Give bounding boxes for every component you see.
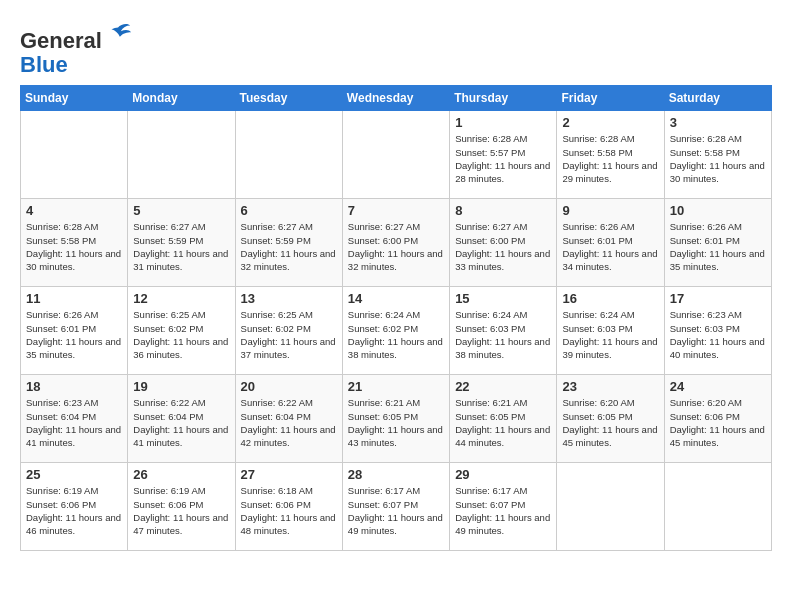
page-header: General Blue (20, 16, 772, 77)
day-cell: 28Sunrise: 6:17 AMSunset: 6:07 PMDayligh… (342, 463, 449, 551)
day-number: 5 (133, 203, 229, 218)
day-number: 23 (562, 379, 658, 394)
day-cell: 19Sunrise: 6:22 AMSunset: 6:04 PMDayligh… (128, 375, 235, 463)
day-info: Sunrise: 6:22 AMSunset: 6:04 PMDaylight:… (241, 396, 337, 449)
day-number: 10 (670, 203, 766, 218)
day-info: Sunrise: 6:26 AMSunset: 6:01 PMDaylight:… (562, 220, 658, 273)
day-cell (235, 111, 342, 199)
week-row-4: 18Sunrise: 6:23 AMSunset: 6:04 PMDayligh… (21, 375, 772, 463)
day-cell: 20Sunrise: 6:22 AMSunset: 6:04 PMDayligh… (235, 375, 342, 463)
day-number: 8 (455, 203, 551, 218)
day-cell: 7Sunrise: 6:27 AMSunset: 6:00 PMDaylight… (342, 199, 449, 287)
day-info: Sunrise: 6:23 AMSunset: 6:03 PMDaylight:… (670, 308, 766, 361)
day-number: 11 (26, 291, 122, 306)
day-cell: 26Sunrise: 6:19 AMSunset: 6:06 PMDayligh… (128, 463, 235, 551)
day-number: 20 (241, 379, 337, 394)
day-number: 4 (26, 203, 122, 218)
day-cell: 4Sunrise: 6:28 AMSunset: 5:58 PMDaylight… (21, 199, 128, 287)
day-info: Sunrise: 6:28 AMSunset: 5:58 PMDaylight:… (26, 220, 122, 273)
logo: General Blue (20, 20, 132, 77)
day-cell: 1Sunrise: 6:28 AMSunset: 5:57 PMDaylight… (450, 111, 557, 199)
day-number: 22 (455, 379, 551, 394)
day-number: 17 (670, 291, 766, 306)
calendar-header-row: SundayMondayTuesdayWednesdayThursdayFrid… (21, 86, 772, 111)
day-info: Sunrise: 6:19 AMSunset: 6:06 PMDaylight:… (26, 484, 122, 537)
day-number: 21 (348, 379, 444, 394)
day-number: 29 (455, 467, 551, 482)
logo-blue-text: Blue (20, 52, 68, 77)
day-info: Sunrise: 6:28 AMSunset: 5:58 PMDaylight:… (562, 132, 658, 185)
day-info: Sunrise: 6:27 AMSunset: 5:59 PMDaylight:… (241, 220, 337, 273)
day-cell: 2Sunrise: 6:28 AMSunset: 5:58 PMDaylight… (557, 111, 664, 199)
logo-general-text: General (20, 28, 102, 53)
week-row-2: 4Sunrise: 6:28 AMSunset: 5:58 PMDaylight… (21, 199, 772, 287)
col-header-friday: Friday (557, 86, 664, 111)
day-info: Sunrise: 6:17 AMSunset: 6:07 PMDaylight:… (455, 484, 551, 537)
day-cell (557, 463, 664, 551)
logo-bird-icon (104, 20, 132, 48)
day-cell: 10Sunrise: 6:26 AMSunset: 6:01 PMDayligh… (664, 199, 771, 287)
day-cell: 9Sunrise: 6:26 AMSunset: 6:01 PMDaylight… (557, 199, 664, 287)
day-number: 14 (348, 291, 444, 306)
day-number: 13 (241, 291, 337, 306)
col-header-monday: Monday (128, 86, 235, 111)
day-number: 26 (133, 467, 229, 482)
day-number: 15 (455, 291, 551, 306)
day-cell: 17Sunrise: 6:23 AMSunset: 6:03 PMDayligh… (664, 287, 771, 375)
day-cell: 14Sunrise: 6:24 AMSunset: 6:02 PMDayligh… (342, 287, 449, 375)
day-number: 7 (348, 203, 444, 218)
day-info: Sunrise: 6:28 AMSunset: 5:57 PMDaylight:… (455, 132, 551, 185)
day-number: 27 (241, 467, 337, 482)
day-cell: 18Sunrise: 6:23 AMSunset: 6:04 PMDayligh… (21, 375, 128, 463)
day-cell: 5Sunrise: 6:27 AMSunset: 5:59 PMDaylight… (128, 199, 235, 287)
day-number: 25 (26, 467, 122, 482)
col-header-tuesday: Tuesday (235, 86, 342, 111)
day-cell: 25Sunrise: 6:19 AMSunset: 6:06 PMDayligh… (21, 463, 128, 551)
day-info: Sunrise: 6:26 AMSunset: 6:01 PMDaylight:… (26, 308, 122, 361)
day-info: Sunrise: 6:20 AMSunset: 6:05 PMDaylight:… (562, 396, 658, 449)
day-info: Sunrise: 6:20 AMSunset: 6:06 PMDaylight:… (670, 396, 766, 449)
day-cell: 8Sunrise: 6:27 AMSunset: 6:00 PMDaylight… (450, 199, 557, 287)
day-cell: 13Sunrise: 6:25 AMSunset: 6:02 PMDayligh… (235, 287, 342, 375)
day-info: Sunrise: 6:27 AMSunset: 5:59 PMDaylight:… (133, 220, 229, 273)
day-info: Sunrise: 6:18 AMSunset: 6:06 PMDaylight:… (241, 484, 337, 537)
day-number: 19 (133, 379, 229, 394)
col-header-wednesday: Wednesday (342, 86, 449, 111)
day-cell: 21Sunrise: 6:21 AMSunset: 6:05 PMDayligh… (342, 375, 449, 463)
week-row-5: 25Sunrise: 6:19 AMSunset: 6:06 PMDayligh… (21, 463, 772, 551)
day-cell: 22Sunrise: 6:21 AMSunset: 6:05 PMDayligh… (450, 375, 557, 463)
day-info: Sunrise: 6:24 AMSunset: 6:03 PMDaylight:… (562, 308, 658, 361)
day-cell: 11Sunrise: 6:26 AMSunset: 6:01 PMDayligh… (21, 287, 128, 375)
day-info: Sunrise: 6:24 AMSunset: 6:03 PMDaylight:… (455, 308, 551, 361)
week-row-1: 1Sunrise: 6:28 AMSunset: 5:57 PMDaylight… (21, 111, 772, 199)
day-cell: 24Sunrise: 6:20 AMSunset: 6:06 PMDayligh… (664, 375, 771, 463)
day-cell: 23Sunrise: 6:20 AMSunset: 6:05 PMDayligh… (557, 375, 664, 463)
day-number: 1 (455, 115, 551, 130)
day-number: 24 (670, 379, 766, 394)
day-number: 18 (26, 379, 122, 394)
day-info: Sunrise: 6:23 AMSunset: 6:04 PMDaylight:… (26, 396, 122, 449)
day-cell (342, 111, 449, 199)
day-info: Sunrise: 6:26 AMSunset: 6:01 PMDaylight:… (670, 220, 766, 273)
day-number: 2 (562, 115, 658, 130)
day-info: Sunrise: 6:25 AMSunset: 6:02 PMDaylight:… (241, 308, 337, 361)
day-number: 28 (348, 467, 444, 482)
day-info: Sunrise: 6:22 AMSunset: 6:04 PMDaylight:… (133, 396, 229, 449)
day-cell: 16Sunrise: 6:24 AMSunset: 6:03 PMDayligh… (557, 287, 664, 375)
day-cell: 15Sunrise: 6:24 AMSunset: 6:03 PMDayligh… (450, 287, 557, 375)
day-number: 3 (670, 115, 766, 130)
day-info: Sunrise: 6:24 AMSunset: 6:02 PMDaylight:… (348, 308, 444, 361)
day-info: Sunrise: 6:27 AMSunset: 6:00 PMDaylight:… (455, 220, 551, 273)
day-cell: 6Sunrise: 6:27 AMSunset: 5:59 PMDaylight… (235, 199, 342, 287)
day-number: 12 (133, 291, 229, 306)
day-info: Sunrise: 6:28 AMSunset: 5:58 PMDaylight:… (670, 132, 766, 185)
day-cell: 29Sunrise: 6:17 AMSunset: 6:07 PMDayligh… (450, 463, 557, 551)
day-number: 6 (241, 203, 337, 218)
day-number: 9 (562, 203, 658, 218)
calendar-table: SundayMondayTuesdayWednesdayThursdayFrid… (20, 85, 772, 551)
day-info: Sunrise: 6:27 AMSunset: 6:00 PMDaylight:… (348, 220, 444, 273)
col-header-thursday: Thursday (450, 86, 557, 111)
week-row-3: 11Sunrise: 6:26 AMSunset: 6:01 PMDayligh… (21, 287, 772, 375)
day-info: Sunrise: 6:21 AMSunset: 6:05 PMDaylight:… (455, 396, 551, 449)
day-info: Sunrise: 6:19 AMSunset: 6:06 PMDaylight:… (133, 484, 229, 537)
